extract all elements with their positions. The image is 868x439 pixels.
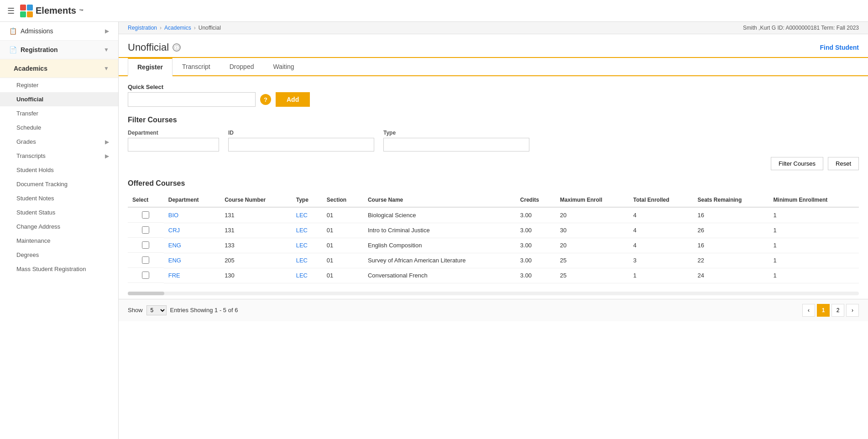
row-type-3: LEC xyxy=(292,253,322,268)
row-checkbox-cell xyxy=(128,223,164,238)
sidebar-sub-maintenance[interactable]: Maintenance xyxy=(0,234,118,248)
courses-table-header: Select Department Course Number Type Sec… xyxy=(128,193,859,207)
col-department: Department xyxy=(164,193,220,207)
sidebar-sub-unofficial[interactable]: Unofficial xyxy=(0,92,118,106)
sidebar-sub-degrees[interactable]: Degrees xyxy=(0,248,118,262)
next-page-button[interactable]: › xyxy=(846,304,859,317)
type-link-4[interactable]: LEC xyxy=(296,272,308,279)
filter-group-dept: Department xyxy=(128,130,219,152)
row-seats-remaining-3: 22 xyxy=(693,253,769,268)
col-min-enrollment: Minimum Enrollment xyxy=(769,193,859,207)
logo-tm: ™ xyxy=(79,8,84,13)
tab-dropped[interactable]: Dropped xyxy=(220,58,264,76)
table-row: ENG 205 LEC 01 Survey of African America… xyxy=(128,253,859,268)
add-button[interactable]: Add xyxy=(276,92,310,107)
dept-link-1[interactable]: CRJ xyxy=(168,227,180,234)
course-checkbox-3[interactable] xyxy=(142,256,149,264)
sidebar-item-academics[interactable]: Academics ▼ xyxy=(0,59,118,78)
breadcrumb-sep1: › xyxy=(160,25,162,31)
sidebar-sub-mass-student-registration-label: Mass Student Registration xyxy=(16,266,86,272)
col-seats-remaining: Seats Remaining xyxy=(693,193,769,207)
sidebar-sub-transcripts-label: Transcripts xyxy=(16,152,46,159)
offered-courses-title: Offered Courses xyxy=(128,179,859,188)
quick-select-section: Quick Select ? Add xyxy=(128,84,859,107)
page-header: Unofficial ⓘ Find Student xyxy=(119,34,868,58)
filter-type-input[interactable] xyxy=(383,138,529,152)
breadcrumb-registration[interactable]: Registration xyxy=(128,25,157,31)
reset-button[interactable]: Reset xyxy=(828,157,859,170)
scrollbar-thumb[interactable] xyxy=(128,292,164,295)
row-type-0: LEC xyxy=(292,207,322,223)
courses-table: Select Department Course Number Type Sec… xyxy=(128,193,859,283)
row-min-enrollment-2: 1 xyxy=(769,238,859,253)
row-credits-2: 3.00 xyxy=(516,238,555,253)
prev-page-button[interactable]: ‹ xyxy=(802,304,815,317)
col-course-name: Course Name xyxy=(363,193,516,207)
sidebar-sub-register[interactable]: Register xyxy=(0,78,118,92)
course-checkbox-4[interactable] xyxy=(142,272,149,279)
sidebar-sub-schedule[interactable]: Schedule xyxy=(0,120,118,135)
info-icon[interactable]: ⓘ xyxy=(173,43,181,52)
filter-id-input[interactable] xyxy=(228,138,374,152)
sidebar-sub-student-status[interactable]: Student Status xyxy=(0,205,118,220)
course-checkbox-2[interactable] xyxy=(142,241,149,249)
sidebar-item-admissions[interactable]: 📋 Admissions ▶ xyxy=(0,22,118,41)
row-min-enrollment-3: 1 xyxy=(769,253,859,268)
sidebar-sub-student-notes[interactable]: Student Notes xyxy=(0,191,118,205)
row-total-enrolled-1: 4 xyxy=(628,223,693,238)
logo: Elements™ xyxy=(20,5,84,17)
col-course-number: Course Number xyxy=(220,193,292,207)
page-2-button[interactable]: 2 xyxy=(831,304,844,317)
course-checkbox-1[interactable] xyxy=(142,226,149,234)
row-min-enrollment-4: 1 xyxy=(769,268,859,283)
col-total-enrolled: Total Enrolled xyxy=(628,193,693,207)
col-max-enroll: Maximum Enroll xyxy=(555,193,628,207)
sidebar-sub-grades[interactable]: Grades ▶ xyxy=(0,135,118,149)
row-max-enroll-3: 25 xyxy=(555,253,628,268)
filter-dept-input[interactable] xyxy=(128,138,219,152)
help-icon-button[interactable]: ? xyxy=(260,94,271,105)
content-body: Quick Select ? Add Filter Courses Depart… xyxy=(119,76,868,291)
type-link-1[interactable]: LEC xyxy=(296,227,308,234)
dept-link-4[interactable]: FRE xyxy=(168,272,180,279)
sidebar-item-registration[interactable]: 📄 Registration ▼ xyxy=(0,41,118,59)
type-link-0[interactable]: LEC xyxy=(296,212,308,219)
col-select: Select xyxy=(128,193,164,207)
tab-waiting[interactable]: Waiting xyxy=(263,58,303,76)
row-course-name-4: Conversational French xyxy=(363,268,516,283)
dept-link-3[interactable]: ENG xyxy=(168,257,181,264)
row-total-enrolled-2: 4 xyxy=(628,238,693,253)
show-label: Show xyxy=(128,307,143,314)
sidebar-sub-student-holds[interactable]: Student Holds xyxy=(0,163,118,177)
offered-courses-section: Offered Courses Select Department Course… xyxy=(128,179,859,283)
tab-transcript[interactable]: Transcript xyxy=(173,58,220,76)
quick-select-input[interactable] xyxy=(128,92,256,107)
sidebar-sub-transfer[interactable]: Transfer xyxy=(0,106,118,120)
sidebar-sub-change-address[interactable]: Change Address xyxy=(0,220,118,234)
type-link-2[interactable]: LEC xyxy=(296,242,308,249)
entries-text: Entries Showing 1 - 5 of 6 xyxy=(170,307,238,314)
course-checkbox-0[interactable] xyxy=(142,211,149,219)
sidebar-sub-maintenance-label: Maintenance xyxy=(16,237,50,244)
tab-register[interactable]: Register xyxy=(128,58,173,76)
sidebar-sub-student-holds-label: Student Holds xyxy=(16,167,54,173)
filter-courses-button[interactable]: Filter Courses xyxy=(771,157,823,170)
show-select[interactable]: 5 10 25 50 xyxy=(146,305,167,315)
dept-link-2[interactable]: ENG xyxy=(168,242,181,249)
type-link-3[interactable]: LEC xyxy=(296,257,308,264)
scrollbar-container[interactable] xyxy=(128,292,859,295)
row-section-3: 01 xyxy=(322,253,363,268)
page-1-button[interactable]: 1 xyxy=(817,304,830,317)
sidebar-sub-document-tracking[interactable]: Document Tracking xyxy=(0,177,118,191)
hamburger-menu[interactable]: ☰ xyxy=(7,6,15,16)
tabs: Register Transcript Dropped Waiting xyxy=(119,58,868,76)
sidebar-sub-student-notes-label: Student Notes xyxy=(16,195,54,202)
find-student-button[interactable]: Find Student xyxy=(820,44,859,51)
table-row: ENG 133 LEC 01 English Composition 3.00 … xyxy=(128,238,859,253)
dept-link-0[interactable]: BIO xyxy=(168,212,178,219)
breadcrumb-academics[interactable]: Academics xyxy=(164,25,191,31)
sidebar-sub-transfer-label: Transfer xyxy=(16,110,38,117)
row-course-name-1: Intro to Criminal Justice xyxy=(363,223,516,238)
sidebar-sub-mass-student-registration[interactable]: Mass Student Registration xyxy=(0,262,118,276)
sidebar-sub-transcripts[interactable]: Transcripts ▶ xyxy=(0,149,118,163)
